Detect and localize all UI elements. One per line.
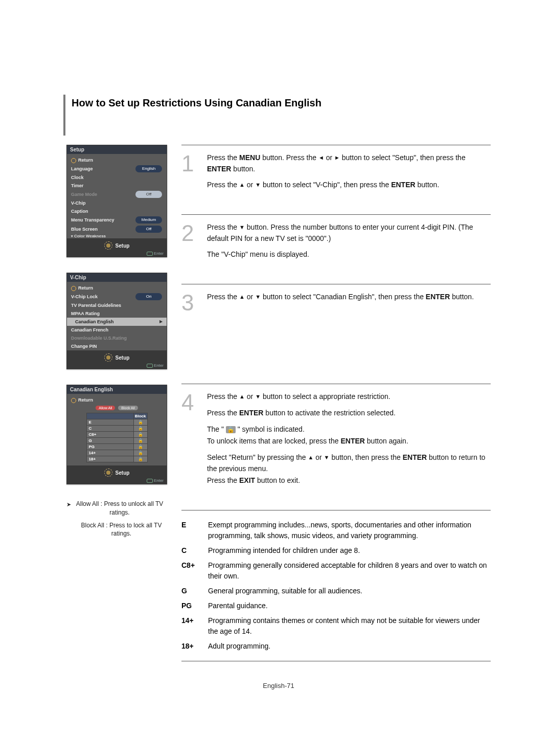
row-canadian-french: Canadian French xyxy=(67,326,167,334)
step-1: 1 Press the MENU button. Press the ◄ or … xyxy=(181,145,491,214)
osd-title: Canadian English xyxy=(67,385,167,394)
rating-row-18: 18+🔒 xyxy=(86,456,147,462)
rating-row-14: 14+🔒 xyxy=(86,450,147,456)
return-row: Return xyxy=(67,396,167,404)
row-canadian-english: Canadian English ▶ xyxy=(67,318,167,326)
row-blue-screen: Blue Screen Off xyxy=(67,225,167,234)
step-2-line-a: Press the ▼ button. Press the number but… xyxy=(207,222,491,244)
enter-hint: Enter xyxy=(70,250,164,256)
up-arrow-icon: ▲ xyxy=(239,181,245,189)
up-arrow-icon: ▲ xyxy=(239,392,245,401)
block-all-button: Block All xyxy=(118,406,137,410)
osd-title: Setup xyxy=(67,145,167,154)
step-number-3: 3 xyxy=(181,292,200,314)
left-arrow-icon: ◄ xyxy=(318,153,324,162)
pill-off: Off xyxy=(135,191,162,198)
step-2: 2 Press the ▼ button. Press the number b… xyxy=(181,215,491,284)
page-title: How to Set up Restrictions Using Canadia… xyxy=(72,97,491,109)
row-language: Language English xyxy=(67,164,167,173)
rating-def-e: EExempt programming includes...news, spo… xyxy=(181,520,491,541)
rating-def-g: GGeneral programming, suitable for all a… xyxy=(181,586,491,596)
rating-row-c8: C8+🔒 xyxy=(86,432,147,438)
lock-icon: 🔒 xyxy=(138,432,143,437)
gear-icon xyxy=(104,353,112,362)
down-arrow-icon: ▼ xyxy=(255,293,261,301)
return-icon xyxy=(71,286,76,291)
step-4-line-e: Select "Return" by pressing the ▲ or ▼ b… xyxy=(207,452,491,474)
row-vchip-lock: V-Chip Lock On xyxy=(67,292,167,301)
row-mpaa: MPAA Rating xyxy=(67,309,167,318)
pill-off2: Off xyxy=(135,226,162,233)
rating-row-pg: PG🔒 xyxy=(86,444,147,450)
step-3: 3 Press the ▲ or ▼ button to select "Can… xyxy=(181,284,491,332)
step-4-line-f: Press the EXIT button to exit. xyxy=(207,475,491,486)
rating-def-c8: C8+Programming generally considered acce… xyxy=(181,560,491,582)
row-vchip: V-Chip xyxy=(67,199,167,207)
step-4-line-c: The " 🔒 " symbol is indicated. xyxy=(207,424,491,435)
lock-icon: 🔒 xyxy=(138,457,143,461)
row-menu-transparency: Menu Transparency Medium xyxy=(67,215,167,225)
step-1-line-b: Press the ▲ or ▼ button to select "V-Chi… xyxy=(207,180,491,191)
gear-icon xyxy=(104,469,112,477)
lock-icon: 🔒 xyxy=(138,420,143,425)
return-row: Return xyxy=(67,284,167,292)
footer-setup-label: Setup xyxy=(116,243,130,249)
return-label: Return xyxy=(78,157,163,163)
up-arrow-icon: ▲ xyxy=(239,293,245,301)
return-row: Return xyxy=(67,156,167,164)
block-header: Block xyxy=(133,413,147,419)
lock-icon: 🔒 xyxy=(138,438,143,443)
gear-icon xyxy=(104,241,112,250)
step-1-line-a: Press the MENU button. Press the ◄ or ► … xyxy=(207,152,491,174)
note-allow-all: ➤ Allow All : Press to unlock all TV rat… xyxy=(66,500,166,517)
row-tvpg: TV Parental Guidelines xyxy=(67,301,167,309)
return-icon xyxy=(71,158,76,163)
row-change-pin: Change PIN xyxy=(67,342,167,350)
rating-row-e: E🔒 xyxy=(86,419,147,426)
rating-table: Block E🔒 C🔒 C8+🔒 G🔒 PG🔒 14+🔒 18+🔒 xyxy=(86,413,148,462)
rating-def-c: CProgramming intended for children under… xyxy=(181,545,491,556)
step-4-line-b: Press the ENTER button to activate the r… xyxy=(207,408,491,419)
down-arrow-icon: ▼ xyxy=(239,223,245,232)
osd-title: V-Chip xyxy=(67,273,167,282)
lock-icon: 🔒 xyxy=(226,426,236,433)
pill-on: On xyxy=(135,293,162,300)
osd-panel-canadian-english: Canadian English Return Allow All Block … xyxy=(66,385,167,484)
rating-definitions: EExempt programming includes...news, spo… xyxy=(181,510,491,661)
row-color-weakness: Color Weakness xyxy=(67,234,167,238)
rating-def-18: 18+Adult programming. xyxy=(181,641,491,652)
return-icon xyxy=(71,398,76,403)
allow-all-button: Allow All xyxy=(96,406,115,410)
step-4-line-a: Press the ▲ or ▼ button to select a appr… xyxy=(207,391,491,403)
enter-icon xyxy=(147,364,153,368)
note-block-all: Block All : Press to lock all TV ratings… xyxy=(66,521,166,539)
title-accent xyxy=(63,95,65,136)
row-timer: Timer xyxy=(67,182,167,190)
page-footer: English-71 xyxy=(66,682,491,690)
chevron-right-icon: ➤ xyxy=(66,501,71,518)
row-clock: Clock xyxy=(67,173,167,182)
rating-def-14: 14+Programming contains themes or conten… xyxy=(181,615,491,637)
up-arrow-icon: ▲ xyxy=(308,453,313,462)
row-caption: Caption xyxy=(67,207,167,215)
enter-icon xyxy=(147,479,153,483)
down-arrow-icon: ▼ xyxy=(255,392,261,401)
rating-row-g: G🔒 xyxy=(86,438,147,444)
step-3-line-a: Press the ▲ or ▼ button to select "Canad… xyxy=(207,292,474,303)
osd-panel-setup: Setup Return Language English Clock Time… xyxy=(66,145,167,257)
step-number-2: 2 xyxy=(181,222,200,265)
rating-def-pg: PGParental guidance. xyxy=(181,601,491,611)
rating-row-c: C🔒 xyxy=(86,426,147,432)
osd-panel-vchip: V-Chip Return V-Chip Lock On TV Parental… xyxy=(66,273,167,369)
step-2-line-b: The "V-Chip" menu is displayed. xyxy=(207,249,491,260)
right-arrow-icon: ► xyxy=(334,153,340,162)
pill-english: English xyxy=(135,165,162,172)
step-4: 4 Press the ▲ or ▼ button to select a ap… xyxy=(181,384,491,510)
lock-icon: 🔒 xyxy=(138,451,143,455)
step-number-1: 1 xyxy=(181,152,200,196)
chevron-right-icon: ▶ xyxy=(158,319,163,325)
row-dl-us-rating: Downloadable U.S.Rating xyxy=(67,334,167,342)
down-arrow-icon: ▼ xyxy=(324,453,330,462)
lock-icon: 🔒 xyxy=(138,426,143,431)
down-arrow-icon: ▼ xyxy=(255,181,261,189)
